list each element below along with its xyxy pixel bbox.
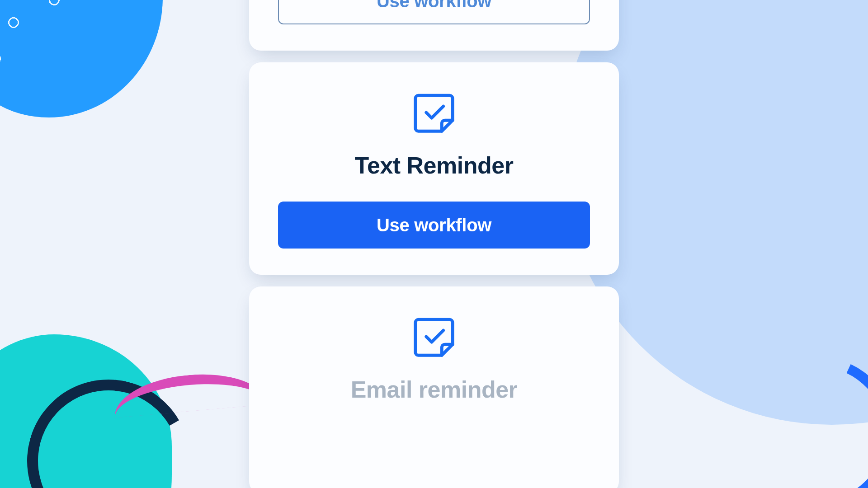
workflow-card-title: Text Reminder [355, 152, 514, 179]
use-workflow-button[interactable]: Use workflow [278, 202, 590, 249]
decor-blue-blob [0, 0, 163, 117]
use-workflow-button[interactable]: Use workflow [278, 0, 590, 24]
workflow-card: Use workflow [249, 0, 619, 51]
note-check-icon [409, 312, 459, 361]
workflow-card-list: Use workflow Text Reminder Use workflow … [249, 0, 619, 488]
workflow-card: Text Reminder Use workflow [249, 62, 619, 275]
workflow-card-title: Email reminder [351, 376, 518, 403]
note-check-icon [409, 88, 459, 137]
workflow-card: Email reminder [249, 286, 619, 488]
